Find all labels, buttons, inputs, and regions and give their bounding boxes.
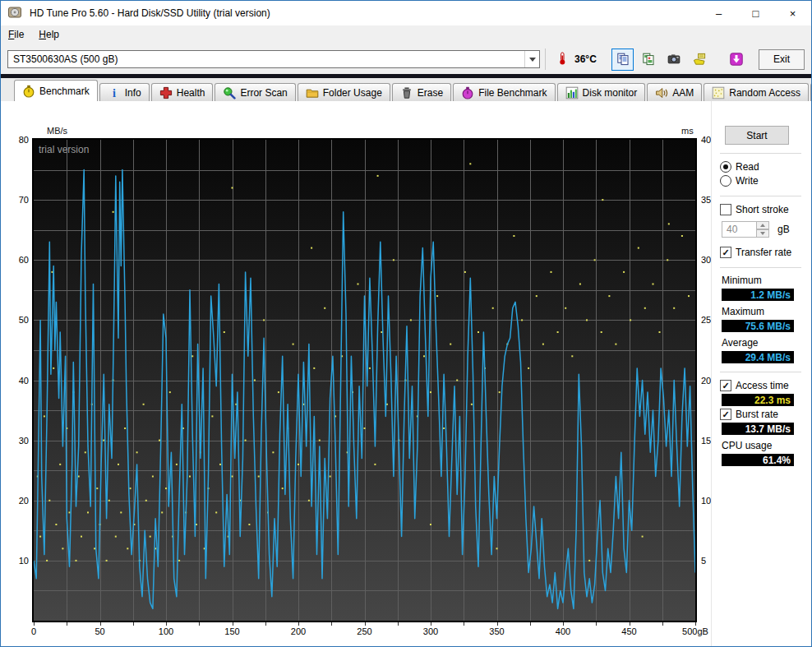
short-stroke-checkbox[interactable]: Short stroke xyxy=(720,203,801,216)
x-axis-tick xyxy=(497,622,498,626)
access-time-checkbox[interactable]: ✓ Access time xyxy=(720,379,801,392)
benchmark-icon xyxy=(22,85,35,98)
transfer-rate-checkbox[interactable]: ✓ Transfer rate xyxy=(720,246,801,259)
tab-random-access[interactable]: Random Access xyxy=(704,83,809,101)
minimum-value: 1.2 MB/s xyxy=(722,289,794,301)
x-axis-tick xyxy=(365,622,366,626)
radio-icon xyxy=(720,175,731,187)
panel-separator xyxy=(720,196,801,196)
screenshot-button[interactable] xyxy=(662,49,685,71)
x-axis-tick xyxy=(233,622,233,626)
capacity-stepper[interactable]: 40 gB xyxy=(722,221,801,238)
short-stroke-label: Short stroke xyxy=(736,204,789,215)
write-radio[interactable]: Write xyxy=(720,174,801,187)
x-axis-tick xyxy=(398,622,399,626)
copy-image-icon xyxy=(642,53,655,66)
drive-selector-value: ST3500630AS (500 gB) xyxy=(8,53,524,65)
error-scan-icon xyxy=(223,86,236,99)
camera-icon xyxy=(667,53,681,66)
tab-file-benchmark[interactable]: File Benchmark xyxy=(453,83,555,101)
minimize-button[interactable]: – xyxy=(700,1,737,25)
copy-text-icon xyxy=(616,53,630,66)
read-radio[interactable]: Read xyxy=(720,160,801,173)
close-button[interactable]: × xyxy=(774,1,811,25)
download-button[interactable] xyxy=(725,49,747,71)
spinner-down-icon[interactable] xyxy=(756,229,769,238)
chevron-down-icon[interactable] xyxy=(524,51,539,67)
temperature-button[interactable] xyxy=(551,49,573,71)
panel-separator xyxy=(720,153,801,154)
average-label: Average xyxy=(722,337,801,349)
x-tick-label: 500gB xyxy=(677,626,713,636)
x-tick-label: 400 xyxy=(545,626,581,636)
random-access-icon xyxy=(712,86,725,99)
panel-separator xyxy=(720,267,801,268)
disk-monitor-icon xyxy=(565,86,579,99)
x-tick-label: 450 xyxy=(611,626,648,636)
tab-label: Info xyxy=(125,87,141,99)
exit-button[interactable]: Exit xyxy=(759,49,805,70)
folder-icon xyxy=(306,86,319,99)
toolbar-separator xyxy=(545,49,546,70)
x-tick-label: 350 xyxy=(479,626,515,636)
x-axis-tick xyxy=(100,622,101,626)
tab-health[interactable]: Health xyxy=(151,83,214,101)
tab-bar: BenchmarkiInfoHealthError ScanFolder Usa… xyxy=(1,78,811,101)
temperature-value: 36°C xyxy=(574,53,597,65)
tab-disk-monitor[interactable]: Disk monitor xyxy=(557,83,646,101)
x-axis-tick xyxy=(630,622,630,626)
copy-text-button[interactable] xyxy=(611,49,634,71)
tab-erase[interactable]: Erase xyxy=(392,83,451,101)
tab-label: Erase xyxy=(418,87,443,99)
menu-bar: FileHelp xyxy=(1,25,811,44)
y-left-tick-label: 80 xyxy=(6,134,29,146)
x-axis-tick xyxy=(298,622,299,626)
tab-label: Random Access xyxy=(729,87,800,99)
x-axis-tick xyxy=(464,622,464,626)
y-left-axis-title: MB/s xyxy=(47,126,67,136)
transfer-rate-label: Transfer rate xyxy=(736,247,791,258)
x-axis-tick xyxy=(530,622,531,626)
capacity-value[interactable]: 40 xyxy=(722,221,756,238)
maximize-button[interactable]: □ xyxy=(737,1,774,25)
health-icon xyxy=(159,86,173,99)
tab-folder-usage[interactable]: Folder Usage xyxy=(298,83,390,101)
x-axis-tick xyxy=(199,622,200,626)
y-left-tick-label: 20 xyxy=(6,495,29,506)
tab-label: AAM xyxy=(672,87,694,99)
burst-rate-checkbox[interactable]: ✓ Burst rate xyxy=(720,408,801,421)
benchmark-options-panel: Start Read Write Short stroke 40 xyxy=(711,101,808,647)
maximum-label: Maximum xyxy=(722,306,801,318)
copy-image-button[interactable] xyxy=(637,49,659,71)
thermometer-icon xyxy=(556,52,569,67)
x-tick-label: 0 xyxy=(16,626,52,636)
aam-icon xyxy=(655,86,668,99)
menu-file[interactable]: File xyxy=(1,25,31,44)
x-axis-tick xyxy=(133,622,134,626)
checkbox-icon: ✓ xyxy=(720,409,731,420)
tab-error-scan[interactable]: Error Scan xyxy=(215,83,295,101)
tab-info[interactable]: iInfo xyxy=(99,83,150,101)
x-axis-tick xyxy=(166,622,167,626)
app-icon xyxy=(8,6,23,21)
x-axis-tick xyxy=(331,622,332,626)
panel-separator xyxy=(720,372,801,372)
tab-benchmark[interactable]: Benchmark xyxy=(14,80,98,101)
spinner-up-icon[interactable] xyxy=(756,221,769,229)
x-tick-label: 100 xyxy=(148,626,184,636)
x-axis-tick xyxy=(34,622,35,626)
save-results-button[interactable] xyxy=(688,49,710,71)
tab-label: Benchmark xyxy=(39,85,90,97)
start-button[interactable]: Start xyxy=(725,126,789,145)
drive-selector[interactable]: ST3500630AS (500 gB) xyxy=(7,50,540,68)
x-tick-label: 150 xyxy=(215,626,251,636)
tab-label: Disk monitor xyxy=(583,87,638,99)
tab-aam[interactable]: AAM xyxy=(647,83,702,101)
minimum-label: Minimum xyxy=(722,275,801,287)
menu-help[interactable]: Help xyxy=(31,25,67,44)
title-bar: HD Tune Pro 5.60 - Hard Disk/SSD Utility… xyxy=(1,1,811,25)
benchmark-chart xyxy=(32,138,697,622)
checkbox-icon xyxy=(720,204,731,215)
x-axis-tick xyxy=(431,622,431,626)
y-left-tick-label: 50 xyxy=(6,314,29,326)
